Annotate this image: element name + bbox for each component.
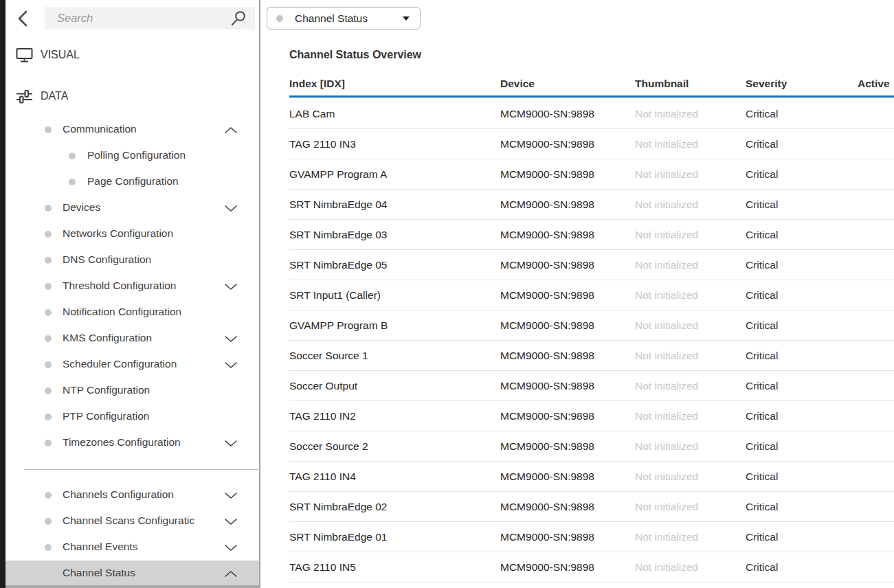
chevron-down-icon[interactable] <box>224 205 238 212</box>
table-row[interactable]: GVAMPP Program AMCM9000-SN:9898Not initi… <box>289 159 894 190</box>
sidebar-item-label: NTP Configuration <box>63 384 222 396</box>
cell-thumbnail: Not initialized <box>635 159 698 189</box>
table-row[interactable]: Soccer Source 2MCM9000-SN:9898Not initia… <box>289 431 894 462</box>
page-title: Channel Status Overview <box>289 49 421 61</box>
table-row[interactable]: TAG 2110 IN2MCM9000-SN:9898Not initializ… <box>289 401 894 431</box>
cell-severity: Critical <box>746 341 778 370</box>
sidebar-section-visual[interactable]: VISUAL <box>15 45 80 65</box>
sidebar-item-page-configuration[interactable]: Page Configuration <box>5 169 259 195</box>
table-header: Index [IDX]DeviceThumbnailSeverityActive <box>289 71 894 95</box>
back-chevron-icon[interactable] <box>15 10 30 27</box>
table-row[interactable]: GVAMPP Program BMCM9000-SN:9898Not initi… <box>289 310 894 341</box>
bullet-icon <box>69 152 76 159</box>
table-row[interactable]: Soccer OutputMCM9000-SN:9898Not initiali… <box>289 371 894 401</box>
view-selector-dropdown[interactable]: Channel Status <box>267 7 421 30</box>
cell-index: Soccer Output <box>289 371 357 400</box>
bullet-icon <box>45 414 52 420</box>
sidebar-item-label: Channel Status <box>63 567 222 579</box>
cell-thumbnail: Not initialized <box>635 552 698 582</box>
sidebar-item-kms-configuration[interactable]: KMS Configuration <box>5 326 259 352</box>
cell-device: MCM9000-SN:9898 <box>500 129 594 159</box>
cell-severity: Critical <box>746 159 778 189</box>
cell-thumbnail: Not initialized <box>635 431 698 461</box>
column-header-index-idx[interactable]: Index [IDX] <box>289 71 345 95</box>
cell-thumbnail: Not initialized <box>635 341 698 370</box>
cell-thumbnail: Not initialized <box>635 462 698 491</box>
table-row[interactable]: TAG 2110 IN5MCM9000-SN:9898Not initializ… <box>289 552 894 583</box>
cell-thumbnail: Not initialized <box>635 190 698 219</box>
bullet-icon <box>45 518 52 525</box>
sidebar-item-threshold-configuration[interactable]: Threshold Configuration <box>5 273 259 299</box>
chevron-down-icon[interactable] <box>224 440 238 447</box>
bullet-icon <box>45 440 52 446</box>
cell-severity: Critical <box>746 522 778 552</box>
view-selector-value: Channel Status <box>295 12 368 25</box>
sidebar-item-label: DNS Configuration <box>63 253 222 266</box>
horizontal-scrollbar[interactable] <box>5 585 259 588</box>
sidebar-item-polling-configuration[interactable]: Polling Configuration <box>5 143 259 169</box>
sidebar-item-label: Page Configuration <box>87 175 222 188</box>
table-row[interactable]: TAG 2110 IN3MCM9000-SN:9898Not initializ… <box>289 129 894 159</box>
table-row[interactable]: SRT NimbraEdge 05MCM9000-SN:9898Not init… <box>289 250 894 280</box>
sidebar-item-ptp-configuration[interactable]: PTP Configuration <box>5 404 259 430</box>
status-dot-icon <box>276 15 283 22</box>
cell-severity: Critical <box>746 250 778 280</box>
cell-index: TAG 2110 IN5 <box>289 552 356 582</box>
table-row[interactable]: LAB CamMCM9000-SN:9898Not initializedCri… <box>289 99 894 129</box>
chevron-up-icon[interactable] <box>224 126 238 134</box>
chevron-down-icon[interactable] <box>224 283 238 291</box>
table-row[interactable]: SRT Input1 (Caller)MCM9000-SN:9898Not in… <box>289 280 894 310</box>
sidebar-item-channel-events[interactable]: Channel Events <box>5 534 259 561</box>
sidebar-item-networks-configuration[interactable]: Networks Configuration <box>5 221 259 247</box>
bullet-icon <box>45 231 52 238</box>
column-header-active[interactable]: Active <box>858 71 890 95</box>
sidebar-item-channels-configuration[interactable]: Channels Configuration <box>5 482 259 508</box>
chevron-down-icon[interactable] <box>224 518 238 525</box>
cell-index: Soccer Source 2 <box>289 431 368 461</box>
column-header-device[interactable]: Device <box>500 71 535 95</box>
cell-thumbnail: Not initialized <box>635 129 698 159</box>
sidebar-item-label: Timezones Configuration <box>63 436 222 449</box>
search-input[interactable] <box>45 7 255 30</box>
chevron-up-icon[interactable] <box>224 570 238 578</box>
cell-index: LAB Cam <box>289 99 335 128</box>
table-row[interactable]: SRT NimbraEdge 04MCM9000-SN:9898Not init… <box>289 190 894 220</box>
sidebar-item-label: Polling Configuration <box>87 149 222 161</box>
sidebar-item-notification-configuration[interactable]: Notification Configuration <box>5 299 259 326</box>
table-row[interactable]: SRT NimbraEdge 01MCM9000-SN:9898Not init… <box>289 522 894 552</box>
sidebar-item-dns-configuration[interactable]: DNS Configuration <box>5 247 259 273</box>
chevron-down-icon[interactable] <box>224 335 238 343</box>
chevron-down-icon[interactable] <box>224 492 238 499</box>
cell-thumbnail: Not initialized <box>635 371 698 400</box>
sidebar-item-devices[interactable]: Devices <box>5 195 259 221</box>
sidebar-item-ntp-configuration[interactable]: NTP Configuration <box>5 378 259 404</box>
main-content: Channel Status Channel Status Overview I… <box>260 0 894 588</box>
channel-nav-list: Channels ConfigurationChannel Scans Conf… <box>5 482 259 587</box>
chevron-down-icon[interactable] <box>224 361 238 369</box>
table-row[interactable]: Soccer Source 1MCM9000-SN:9898Not initia… <box>289 341 894 371</box>
bullet-icon <box>45 257 52 264</box>
bullet-icon <box>45 309 52 316</box>
cell-index: SRT Input1 (Caller) <box>289 280 381 310</box>
cell-device: MCM9000-SN:9898 <box>500 552 594 582</box>
sidebar-item-scheduler-configuration[interactable]: Scheduler Configuration <box>5 352 259 378</box>
table-row[interactable]: TAG 2110 IN4MCM9000-SN:9898Not initializ… <box>289 462 894 492</box>
table-row[interactable]: SRT NimbraEdge 02MCM9000-SN:9898Not init… <box>289 492 894 522</box>
sidebar-item-label: Channel Scans Configuratic <box>63 514 222 527</box>
table-row[interactable]: SRT NimbraEdge 03MCM9000-SN:9898Not init… <box>289 220 894 250</box>
sidebar-item-communication[interactable]: Communication <box>5 117 259 143</box>
sidebar-item-channel-scans-configuratic[interactable]: Channel Scans Configuratic <box>5 508 259 534</box>
sidebar-item-label: Networks Configuration <box>63 227 222 240</box>
cell-device: MCM9000-SN:9898 <box>500 310 594 340</box>
sidebar-item-timezones-configuration[interactable]: Timezones Configuration <box>5 430 259 456</box>
column-header-severity[interactable]: Severity <box>746 71 787 95</box>
search-icon[interactable] <box>230 10 247 27</box>
bullet-icon <box>45 335 52 342</box>
sidebar-item-channel-status[interactable]: Channel Status <box>5 561 259 587</box>
sidebar-section-data[interactable]: DATA <box>15 87 68 106</box>
chevron-down-icon[interactable] <box>224 544 238 552</box>
cell-severity: Critical <box>746 280 778 310</box>
cell-index: Soccer Source 1 <box>289 341 368 370</box>
sidebar-item-label: Channel Events <box>63 541 222 553</box>
column-header-thumbnail[interactable]: Thumbnail <box>635 71 689 95</box>
